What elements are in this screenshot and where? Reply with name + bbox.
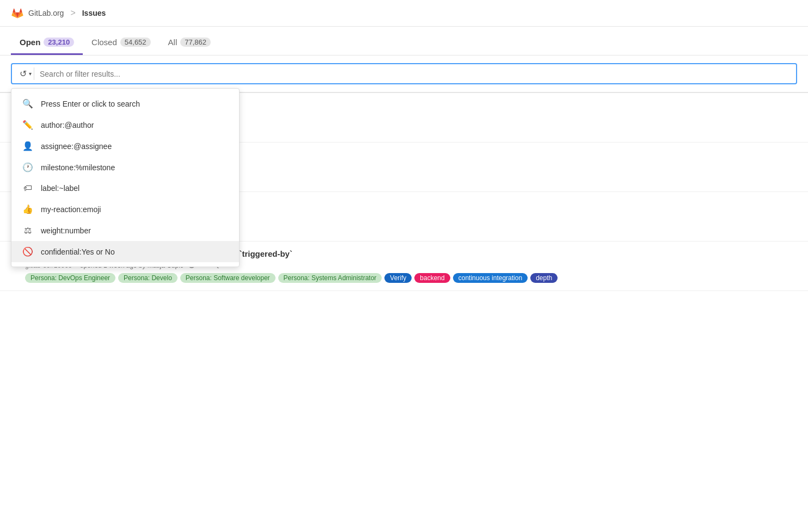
tabs-bar: Open 23,210 Closed 54,652 All 77,862 [0, 31, 808, 55]
tab-closed-count: 54,652 [120, 38, 151, 47]
list-item[interactable]: Persona: Software developer [180, 273, 276, 283]
list-item[interactable]: depth [530, 273, 558, 283]
list-item[interactable]: backend [414, 273, 450, 283]
nav-org: GitLab.org [28, 9, 64, 17]
search-input[interactable] [40, 70, 791, 78]
dropdown-item-label-label: label:~label [41, 184, 79, 193]
tab-all-label: All [168, 38, 177, 47]
dropdown-item-assignee[interactable]: 👤 assignee:@assignee [11, 135, 239, 157]
label-icon: 🏷 [22, 183, 33, 193]
dropdown-item-weight[interactable]: ⚖ weight:number [11, 220, 239, 241]
dropdown-item-confidential[interactable]: 🚫 confidential:Yes or No [11, 241, 239, 262]
dropdown-item-confidential-label: confidential:Yes or No [41, 248, 115, 256]
search-icon: 🔍 [22, 98, 33, 109]
confidential-icon: 🚫 [22, 246, 33, 257]
list-item[interactable]: Verify [384, 273, 412, 283]
list-item[interactable]: Persona: Develo [118, 273, 177, 283]
tab-open-label: Open [20, 38, 40, 47]
history-button[interactable]: ↺ ▾ [17, 67, 34, 80]
tab-closed-label: Closed [91, 38, 117, 47]
issue-labels: Persona: DevOps Engineer Persona: Develo… [25, 273, 797, 283]
search-bar[interactable]: ↺ ▾ [11, 63, 797, 84]
dropdown-item-author-label: author:@author [41, 121, 94, 129]
list-item[interactable]: Persona: Systems Administrator [278, 273, 382, 283]
search-dropdown: 🔍 Press Enter or click to search ✏️ auth… [11, 88, 240, 267]
dropdown-item-author[interactable]: ✏️ author:@author [11, 114, 239, 135]
list-item[interactable]: continuous integration [453, 273, 528, 283]
dropdown-item-milestone-label: milestone:%milestone [41, 163, 115, 172]
chevron-down-icon: ▾ [29, 71, 32, 77]
tab-closed[interactable]: Closed 54,652 [83, 31, 159, 55]
dropdown-item-milestone[interactable]: 🕐 milestone:%milestone [11, 157, 239, 178]
dropdown-item-search-label: Press Enter or click to search [41, 100, 140, 108]
dropdown-item-reaction[interactable]: 👍 my-reaction:emoji [11, 199, 239, 220]
milestone-icon: 🕐 [22, 162, 33, 172]
assignee-icon: 👤 [22, 141, 33, 151]
tab-open-count: 23,210 [44, 38, 74, 47]
tab-all-count: 77,862 [180, 38, 211, 47]
header-nav: GitLab.org > Issues [0, 0, 808, 27]
dropdown-item-search[interactable]: 🔍 Press Enter or click to search [11, 93, 239, 114]
weight-icon: ⚖ [22, 225, 33, 236]
nav-separator: > [70, 8, 75, 18]
dropdown-item-assignee-label: assignee:@assignee [41, 142, 112, 151]
tab-all[interactable]: All 77,862 [160, 31, 219, 55]
dropdown-item-reaction-label: my-reaction:emoji [41, 205, 101, 214]
nav-page: Issues [82, 9, 106, 17]
gitlab-logo [11, 7, 24, 20]
dropdown-item-label[interactable]: 🏷 label:~label [11, 178, 239, 199]
tab-open[interactable]: Open 23,210 [11, 31, 83, 55]
search-bar-container: ↺ ▾ 🔍 Press Enter or click to search ✏️ … [0, 55, 808, 92]
list-item[interactable]: Persona: DevOps Engineer [25, 273, 115, 283]
author-icon: ✏️ [22, 120, 33, 130]
reaction-icon: 👍 [22, 204, 33, 214]
history-icon: ↺ [20, 69, 27, 79]
dropdown-item-weight-label: weight:number [41, 226, 91, 235]
